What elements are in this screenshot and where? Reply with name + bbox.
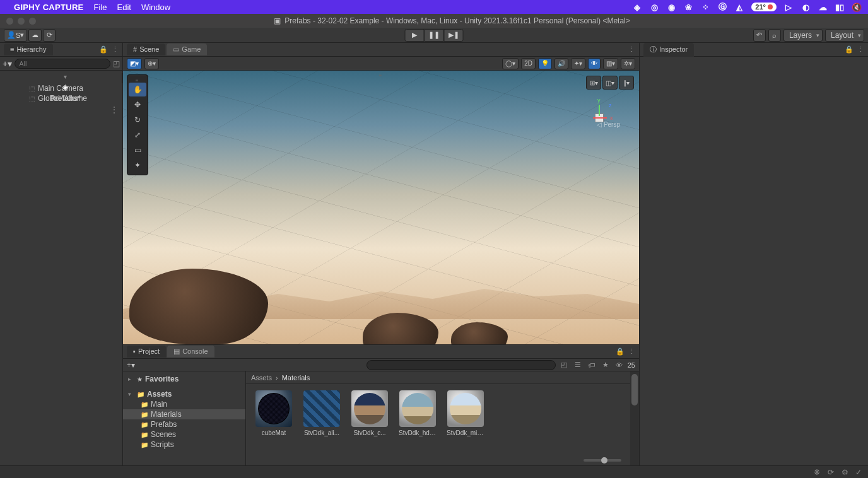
project-filter1-icon[interactable]: ◰ [558, 360, 570, 370]
tray-grammarly-icon[interactable]: Ⓖ [717, 2, 727, 12]
scene-fx-button[interactable]: ✦▾ [571, 58, 585, 69]
game-tab[interactable]: ▭Game [167, 44, 207, 56]
scene-tab[interactable]: #Scene [127, 44, 165, 55]
tray-record-icon[interactable]: ◉ [666, 2, 676, 12]
menu-window[interactable]: Window [141, 3, 170, 12]
menubar-app-name[interactable]: GIPHY CAPTURE [14, 3, 84, 12]
project-tab[interactable]: ▪Project [127, 346, 166, 358]
scene-2d-button[interactable]: 2D [521, 58, 536, 69]
tray-battery-icon[interactable]: ▮▯ [835, 2, 845, 12]
tool-global-button[interactable]: ⊕▾ [144, 58, 159, 69]
hierarchy-filter-icon[interactable]: ◰ [113, 59, 120, 68]
lock-icon[interactable]: 🔒 [845, 45, 853, 54]
inspector-tab[interactable]: ⓘInspector [643, 43, 694, 57]
rect-tool-button[interactable]: ▭ [129, 143, 146, 157]
asset-item[interactable]: StvDdk_ali... [303, 390, 341, 459]
scene-panel: #Scene ▭Game ⋮ ◩▾ ⊕▾ ◯▾ 2D 💡 🔊 ✦▾ 👁 ▥▾ ✲… [123, 43, 640, 465]
project-label-icon[interactable]: 🏷 [586, 360, 597, 370]
kebab-icon[interactable]: ⋮ [857, 45, 864, 54]
scene-audio-button[interactable]: 🔊 [554, 58, 568, 69]
tray-nodes-icon[interactable]: ⁘ [700, 2, 710, 12]
tray-target-icon[interactable]: ◎ [649, 2, 659, 12]
pause-button[interactable]: ❚❚ [425, 29, 444, 42]
tray-clock-icon[interactable]: ◐ [801, 2, 811, 12]
play-button[interactable]: ▶ [405, 29, 425, 42]
tray-weather[interactable]: 21° [751, 3, 777, 11]
transform-tool-button[interactable]: ✦ [129, 158, 146, 172]
hierarchy-item-main-camera[interactable]: ⬚Main Camera [0, 83, 122, 93]
main-toolbar: 👤 S ▾ ☁ ⟳ ▶ ❚❚ ▶❚ ↶ ⌕ Layers Layout [0, 28, 868, 43]
layout-dropdown[interactable]: Layout [825, 29, 864, 42]
hierarchy-search-input[interactable] [15, 59, 110, 69]
asset-item[interactable]: StvDdk_hdr... [399, 390, 437, 459]
thumbnail-size-slider[interactable] [584, 459, 621, 462]
scene-gizmos-button[interactable]: ✲▾ [621, 58, 635, 69]
orientation-gizmo[interactable]: x y z [577, 96, 621, 140]
scene-hidden-button[interactable]: 👁 [588, 58, 601, 69]
scene-terrain [123, 269, 639, 344]
folder-scenes[interactable]: 📁Scenes [123, 429, 245, 440]
snap-increment-button[interactable]: ◫▾ [602, 76, 618, 90]
search-button[interactable]: ⌕ [768, 29, 781, 42]
project-breadcrumb[interactable]: Assets›Materials [246, 371, 630, 384]
account-button[interactable]: 👤 S ▾ [4, 29, 27, 42]
kebab-icon[interactable]: ⋮ [112, 45, 119, 54]
status-cache-icon[interactable]: ⚙ [840, 468, 849, 477]
grid-snap-button[interactable]: ⊞▾ [586, 76, 601, 90]
asset-item[interactable]: StvDdk_c... [351, 390, 389, 459]
tray-cube-icon[interactable]: ◈ [632, 2, 642, 12]
kebab-icon[interactable]: ⋮ [628, 45, 635, 54]
menu-edit[interactable]: Edit [117, 3, 131, 12]
scene-shading-button[interactable]: ◯▾ [502, 58, 519, 69]
tray-wechat-icon[interactable]: ☁ [818, 2, 828, 12]
menu-file[interactable]: File [94, 3, 107, 12]
project-star-icon[interactable]: ★ [600, 360, 611, 370]
console-tab[interactable]: ▤Console [167, 346, 214, 358]
hierarchy-tab[interactable]: ≡Hierarchy [4, 44, 53, 55]
layers-dropdown[interactable]: Layers [783, 29, 823, 42]
folder-prefabs[interactable]: 📁Prefabs [123, 419, 245, 429]
tray-play-icon[interactable]: ▷ [783, 2, 794, 12]
traffic-lights[interactable] [6, 18, 36, 25]
folder-materials[interactable]: 📁Materials [123, 409, 245, 419]
project-add-button[interactable]: +▾ [127, 361, 135, 370]
folder-scripts[interactable]: 📁Scripts [123, 440, 245, 450]
cloud-button[interactable]: ☁ [28, 29, 42, 42]
kebab-icon[interactable]: ⋮ [628, 347, 635, 356]
project-filter2-icon[interactable]: ☰ [572, 360, 584, 370]
move-tool-button[interactable]: ✥ [129, 98, 146, 112]
status-bug-icon[interactable]: ❋ [812, 468, 821, 477]
asset-item[interactable]: StvDdk_min... [447, 390, 484, 459]
scene-drag-handle[interactable]: ≡ [379, 73, 384, 78]
favorites-row[interactable]: ▸★Favorites [123, 374, 245, 384]
scale-tool-button[interactable]: ⤢ [129, 128, 146, 142]
tray-mute-icon[interactable]: 🔇 [852, 2, 862, 12]
rotate-tool-button[interactable]: ↻ [129, 113, 146, 127]
macos-menubar: GIPHY CAPTURE File Edit Window ◈ ◎ ◉ ❀ ⁘… [0, 0, 868, 14]
tool-pivot-button[interactable]: ◩▾ [127, 58, 142, 69]
status-check-icon[interactable]: ✓ [854, 468, 863, 477]
hierarchy-add-button[interactable]: +▾ [3, 59, 12, 69]
snap-settings-button[interactable]: ∥▾ [619, 76, 634, 90]
step-button[interactable]: ▶❚ [444, 29, 464, 42]
asset-item[interactable]: cubeMat [255, 390, 293, 459]
tray-triangle-icon[interactable]: ◭ [734, 2, 744, 12]
folder-main[interactable]: 📁Main [123, 399, 245, 409]
project-scrollbar[interactable] [630, 371, 639, 465]
undo-history-button[interactable]: ⟳ [43, 29, 56, 42]
project-hidden-icon[interactable]: 👁 [614, 360, 625, 370]
perspective-label[interactable]: ◁ Persp [597, 121, 620, 128]
scene-viewport[interactable]: ≡ ✋ ✥ ↻ ⤢ ▭ ✦ ≡ ⊞▾ ◫▾ ∥▾ x y z ◁ Persp [123, 71, 639, 344]
scene-light-button[interactable]: 💡 [538, 58, 552, 69]
assets-root-row[interactable]: ▾📁Assets [123, 389, 245, 399]
status-autorefresh-icon[interactable]: ⟳ [826, 468, 835, 477]
lock-icon[interactable]: 🔒 [616, 347, 625, 356]
project-search-input[interactable] [367, 360, 556, 370]
hierarchy-scene-row[interactable]: ▾◈Prefabs* ⋮ [0, 73, 122, 83]
tray-gift-icon[interactable]: ❀ [683, 2, 693, 12]
undo-icon-button[interactable]: ↶ [753, 29, 766, 42]
scene-camera-button[interactable]: ▥▾ [603, 58, 618, 69]
hand-tool-button[interactable]: ✋ [129, 83, 146, 96]
lock-icon[interactable]: 🔒 [99, 45, 108, 54]
kebab-icon[interactable]: ⋮ [110, 105, 118, 114]
